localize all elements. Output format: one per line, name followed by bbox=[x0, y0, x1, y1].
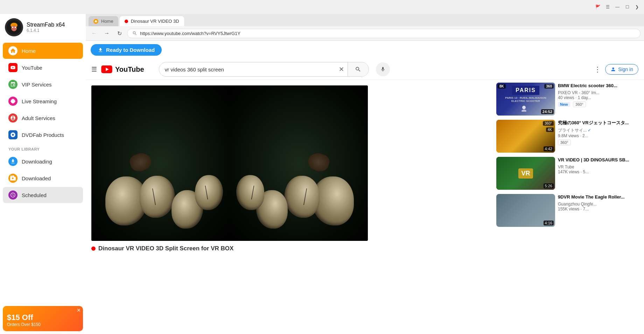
video-right-half bbox=[230, 85, 368, 241]
library-section-label: YOUR LIBRARY bbox=[0, 144, 86, 153]
ready-to-download-button[interactable]: Ready to Download bbox=[91, 44, 162, 56]
sign-in-button[interactable]: Sign in bbox=[605, 64, 638, 75]
baby-dino bbox=[128, 151, 153, 174]
verified-icon: ✓ bbox=[588, 128, 591, 133]
signin-person-icon bbox=[610, 67, 616, 72]
menu-icon[interactable]: ☰ bbox=[604, 4, 611, 11]
video-views-3: 147K views bbox=[558, 169, 579, 174]
address-search-icon bbox=[132, 31, 137, 36]
sidebar-item-vip[interactable]: VIP Services bbox=[3, 76, 83, 92]
list-item[interactable]: VR 5:26 VR VIDEO | 3D DINOSAURS SB... VR… bbox=[496, 157, 641, 190]
forward-button[interactable]: → bbox=[102, 28, 112, 38]
video-duration-2: 4:42 bbox=[544, 146, 554, 151]
sidebar-item-dvdfab[interactable]: DVDFab Products bbox=[3, 127, 83, 143]
list-item[interactable]: PARIS PARIS 13 · RUEIL-MALMAISONELECTRIC… bbox=[496, 83, 641, 116]
video-card-title-4: 9DVR Movie The Eagle Roller... bbox=[558, 194, 641, 200]
youtube-menu-icon[interactable]: ☰ bbox=[91, 65, 97, 73]
sidebar-item-live[interactable]: Live Streaming bbox=[3, 93, 83, 109]
address-input[interactable] bbox=[140, 31, 635, 36]
list-item[interactable]: 360° 4K 4:42 究極の360° VRジェットコースタ... ブライトサ… bbox=[496, 120, 641, 153]
dino-scene-right bbox=[230, 85, 368, 241]
voice-search-button[interactable] bbox=[376, 62, 390, 76]
video-inner bbox=[91, 85, 368, 241]
tab-home-favicon bbox=[93, 19, 98, 24]
video-duration-1: 24:52 bbox=[541, 109, 554, 114]
refresh-button[interactable]: ↻ bbox=[114, 28, 124, 38]
video-card-title-1: BMW Electric scooter 360... bbox=[558, 83, 641, 89]
adult-icon bbox=[8, 113, 18, 123]
video-duration-3: 5:26 bbox=[544, 183, 554, 188]
thumb-person-icon bbox=[520, 105, 531, 112]
home-icon bbox=[8, 46, 18, 55]
video-age-val-1: 1 day... bbox=[578, 95, 591, 100]
video-age-2: 2... bbox=[582, 133, 588, 138]
sidebar-item-home[interactable]: Home bbox=[3, 43, 83, 59]
tab-dinosaur[interactable]: Dinosaur VR VIDEO 3D bbox=[120, 16, 184, 26]
egg-r4 bbox=[236, 175, 264, 210]
video-views-4: 155K views bbox=[558, 207, 579, 211]
video-title-text: Dinosaur VR VIDEO 3D Split Screen for VR… bbox=[98, 245, 233, 252]
video-player[interactable] bbox=[91, 85, 368, 241]
sidebar: StreamFab x64 6.1.4.1 Home YouTube bbox=[0, 14, 86, 334]
youtube-header-right: ⋮ Sign in bbox=[594, 64, 638, 75]
youtube-search-input[interactable] bbox=[159, 64, 335, 75]
8k-badge: 8K bbox=[498, 84, 506, 89]
more-options-button[interactable]: ⋮ bbox=[594, 65, 601, 74]
sidebar-item-adult[interactable]: Adult Services bbox=[3, 110, 83, 126]
signin-label: Sign in bbox=[618, 67, 633, 72]
sidebar-label-downloaded: Downloaded bbox=[22, 175, 51, 181]
sidebar-item-youtube[interactable]: YouTube bbox=[3, 60, 83, 76]
search-submit-button[interactable] bbox=[348, 62, 369, 76]
download-btn-label: Ready to Download bbox=[106, 47, 155, 53]
tab-home-label: Home bbox=[101, 19, 113, 24]
live-icon bbox=[8, 97, 18, 106]
tab-record-icon bbox=[125, 20, 128, 23]
maximize-button[interactable]: ☐ bbox=[624, 4, 631, 11]
flag-icon[interactable]: 🚩 bbox=[594, 4, 601, 11]
titlebar: 🚩 ☰ — ☐ ❯ bbox=[0, 0, 644, 14]
tab-home[interactable]: Home bbox=[89, 16, 118, 26]
vr-logo: VR bbox=[518, 168, 533, 179]
window-controls: 🚩 ☰ — ☐ ❯ bbox=[594, 4, 640, 11]
video-card-meta-4: 155K views · 7... bbox=[558, 207, 641, 211]
video-views-2: 9.8M views bbox=[558, 133, 579, 138]
svg-point-7 bbox=[522, 106, 526, 109]
channel-dot-icon bbox=[91, 246, 96, 251]
back-button[interactable]: ← bbox=[89, 28, 99, 38]
thumb-paris-text: PARIS bbox=[512, 86, 539, 95]
video-views-1: 40 views bbox=[558, 95, 574, 100]
dvdfab-icon bbox=[8, 130, 18, 139]
download-arrow-icon bbox=[98, 47, 103, 53]
promo-text: $15 Off Orders Over $150 bbox=[7, 313, 79, 327]
video-thumbnail-4: 4:16 bbox=[496, 194, 555, 227]
egg-4 bbox=[195, 175, 223, 210]
sidebar-label-live: Live Streaming bbox=[22, 98, 57, 104]
channel-name-2: ブライトサイ... bbox=[558, 128, 587, 133]
svg-point-8 bbox=[522, 110, 526, 112]
close-button[interactable]: ❯ bbox=[634, 4, 640, 11]
video-card-meta-3: 147K views · 5... bbox=[558, 169, 641, 174]
list-item[interactable]: 4:16 9DVR Movie The Eagle Roller... Guan… bbox=[496, 194, 641, 227]
youtube-logo-text: YouTube bbox=[115, 65, 144, 74]
svg-point-3 bbox=[12, 27, 13, 28]
youtube-sidebar-list: PARIS PARIS 13 · RUEIL-MALMAISONELECTRIC… bbox=[493, 80, 644, 334]
app-logo: StreamFab x64 6.1.4.1 bbox=[0, 14, 86, 41]
promo-condition: Orders Over $150 bbox=[7, 322, 79, 327]
egg-r2 bbox=[285, 176, 320, 218]
svg-point-2 bbox=[11, 26, 17, 31]
microphone-icon bbox=[380, 67, 386, 72]
youtube-logo[interactable]: YouTube bbox=[101, 65, 144, 74]
video-card-channel-4: Guangzhou Qingfe... bbox=[558, 202, 641, 207]
search-clear-button[interactable]: ✕ bbox=[335, 65, 348, 73]
new-badge: New bbox=[558, 102, 570, 107]
sidebar-item-downloading[interactable]: Downloading bbox=[3, 153, 83, 169]
minimize-button[interactable]: — bbox=[614, 4, 621, 11]
promo-banner: ✕ $15 Off Orders Over $150 bbox=[3, 306, 83, 331]
svg-point-4 bbox=[15, 27, 16, 28]
video-age-3: 5... bbox=[583, 169, 589, 174]
sidebar-item-scheduled[interactable]: Scheduled bbox=[3, 187, 83, 203]
promo-close-button[interactable]: ✕ bbox=[77, 307, 81, 313]
sidebar-item-downloaded[interactable]: Downloaded bbox=[3, 170, 83, 186]
vip-icon bbox=[8, 80, 18, 89]
youtube-main: Dinosaur VR VIDEO 3D Split Screen for VR… bbox=[86, 80, 644, 334]
